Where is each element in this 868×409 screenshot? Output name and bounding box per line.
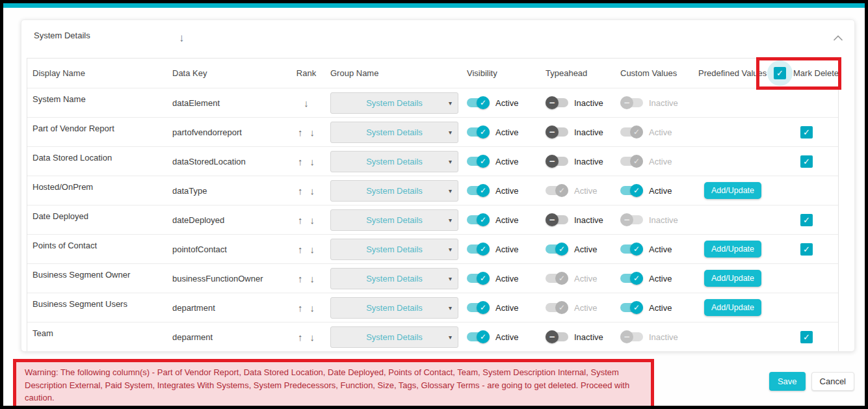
rank-up-icon[interactable]: ↑	[298, 156, 303, 167]
rank-down-icon[interactable]: ↓	[310, 332, 315, 343]
rank-down-icon[interactable]: ↓	[310, 302, 315, 313]
data-key-value: deparment	[172, 332, 213, 342]
typeahead-toggle[interactable]: −	[546, 98, 568, 107]
typeahead-toggle[interactable]: −	[546, 127, 568, 137]
add-update-button[interactable]: Add/Update	[704, 241, 761, 257]
custom-values-toggle-label: Active	[649, 244, 672, 254]
custom-values-toggle[interactable]: ✓	[620, 244, 643, 254]
custom-values-toggle-group: ✓ Active	[620, 274, 693, 284]
group-name-selected-value: System Details	[366, 332, 423, 342]
typeahead-toggle-label: Inactive	[574, 215, 603, 225]
table-header-row: Display Name Data Key Rank Group Name Vi…	[27, 59, 838, 88]
group-name-select[interactable]: System Details ▾	[330, 92, 458, 114]
group-name-selected-value: System Details	[366, 157, 423, 166]
typeahead-toggle[interactable]: −	[546, 332, 568, 341]
mark-delete-checkbox[interactable]: ✓	[800, 214, 813, 226]
header-data-key: Data Key	[167, 68, 287, 78]
rank-up-icon[interactable]: ↑	[298, 185, 303, 196]
chevron-down-icon: ▾	[449, 275, 452, 282]
mark-delete-all-checkbox[interactable]: ✓	[774, 67, 786, 79]
display-name-value: System Name	[33, 94, 86, 104]
group-name-select[interactable]: System Details ▾	[330, 268, 458, 289]
add-update-button[interactable]: Add/Update	[704, 299, 761, 316]
top-accent-bar	[3, 3, 865, 8]
data-key-value: pointofContact	[172, 244, 227, 254]
group-name-select[interactable]: System Details ▾	[330, 180, 458, 202]
panel-header: System Details ↓	[21, 20, 854, 58]
typeahead-toggle-group: ✓ Active	[546, 244, 615, 254]
group-name-selected-value: System Details	[366, 127, 423, 137]
add-update-button[interactable]: Add/Update	[704, 270, 761, 287]
table-row: Part of Vendor Report partofvendorreport…	[27, 117, 838, 146]
display-name-value: Hosted/OnPrem	[33, 182, 93, 192]
visibility-toggle[interactable]: ✓	[467, 127, 490, 137]
custom-values-toggle-label: Active	[649, 303, 672, 313]
group-name-select[interactable]: System Details ▾	[330, 326, 458, 348]
display-name-value: Business Segment Users	[33, 299, 127, 309]
rank-up-icon[interactable]: ↑	[298, 244, 303, 255]
custom-values-toggle: ✓	[620, 127, 643, 137]
rank-up-icon[interactable]: ↑	[298, 127, 303, 138]
app-frame: System Details ↓ Display Name Data Key R…	[0, 0, 868, 409]
mark-delete-checkbox[interactable]: ✓	[800, 155, 813, 168]
typeahead-toggle-group: − Inactive	[546, 215, 615, 225]
custom-values-toggle-group: − Inactive	[620, 98, 693, 108]
display-name-value: Part of Vendor Report	[33, 124, 114, 133]
visibility-toggle[interactable]: ✓	[467, 303, 490, 312]
group-name-select[interactable]: System Details ▾	[330, 297, 458, 319]
rank-down-icon[interactable]: ↓	[310, 273, 315, 284]
group-name-select[interactable]: System Details ▾	[330, 239, 458, 260]
visibility-toggle[interactable]: ✓	[467, 157, 490, 166]
visibility-toggle[interactable]: ✓	[467, 98, 490, 107]
rank-up-icon[interactable]: ↑	[298, 215, 303, 226]
mark-delete-checkbox[interactable]: ✓	[800, 243, 813, 256]
group-name-select[interactable]: System Details ▾	[330, 122, 458, 143]
chevron-down-icon: ▾	[449, 217, 452, 224]
typeahead-toggle-label: Active	[574, 303, 597, 313]
rank-down-icon[interactable]: ↓	[304, 98, 309, 109]
visibility-toggle[interactable]: ✓	[467, 186, 490, 195]
typeahead-toggle[interactable]: −	[546, 157, 568, 166]
rank-down-icon[interactable]: ↓	[310, 156, 315, 167]
visibility-toggle-group: ✓ Active	[467, 274, 540, 284]
visibility-toggle-group: ✓ Active	[467, 157, 540, 166]
rank-down-icon[interactable]: ↓	[310, 127, 315, 138]
visibility-toggle[interactable]: ✓	[467, 274, 490, 283]
warning-banner: Warning: The following column(s) - Part …	[13, 359, 654, 409]
visibility-toggle-group: ✓ Active	[467, 215, 540, 225]
rank-up-icon[interactable]: ↑	[298, 273, 303, 284]
rank-up-icon[interactable]: ↑	[298, 302, 303, 313]
rank-down-icon[interactable]: ↓	[310, 215, 315, 226]
visibility-toggle-group: ✓ Active	[467, 127, 540, 137]
typeahead-toggle[interactable]: −	[546, 215, 568, 224]
custom-values-toggle: ✓	[620, 157, 643, 166]
display-name-value: Team	[33, 328, 53, 338]
add-update-button[interactable]: Add/Update	[704, 182, 761, 199]
rank-down-icon[interactable]: ↓	[310, 185, 315, 196]
collapse-panel-button[interactable]	[831, 32, 845, 44]
save-button[interactable]: Save	[769, 372, 806, 391]
table-row: Business Segment Users department ↑ ↓ Sy…	[27, 293, 838, 322]
chevron-up-icon	[833, 35, 843, 41]
typeahead-toggle-label: Active	[574, 186, 597, 196]
data-key-value: dataType	[172, 186, 207, 196]
mark-delete-checkbox[interactable]: ✓	[800, 126, 813, 139]
group-name-select[interactable]: System Details ▾	[330, 209, 458, 231]
cancel-button[interactable]: Cancel	[811, 372, 854, 391]
rank-up-icon[interactable]: ↑	[298, 332, 303, 343]
custom-values-toggle[interactable]: ✓	[620, 303, 643, 312]
visibility-toggle[interactable]: ✓	[467, 332, 490, 341]
custom-values-toggle[interactable]: ✓	[620, 274, 643, 283]
custom-values-toggle: −	[620, 215, 643, 224]
group-name-selected-value: System Details	[366, 244, 423, 254]
visibility-toggle[interactable]: ✓	[467, 244, 490, 254]
group-name-select[interactable]: System Details ▾	[330, 151, 458, 172]
custom-values-toggle[interactable]: ✓	[620, 186, 643, 195]
typeahead-toggle-group: − Inactive	[546, 157, 615, 166]
typeahead-toggle[interactable]: ✓	[546, 244, 568, 254]
typeahead-toggle-group: ✓ Active	[546, 303, 615, 313]
visibility-toggle[interactable]: ✓	[467, 215, 490, 224]
custom-values-toggle: −	[620, 98, 643, 107]
rank-down-icon[interactable]: ↓	[310, 244, 315, 255]
mark-delete-checkbox[interactable]: ✓	[800, 331, 813, 343]
